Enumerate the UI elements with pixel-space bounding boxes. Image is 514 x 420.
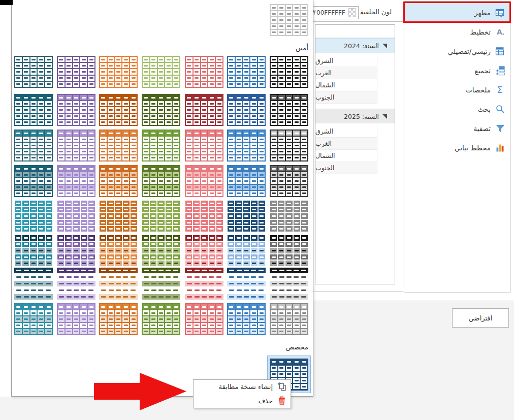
pivot-detail-row: الغرب	[315, 67, 377, 79]
style-thumbnail-r2c4[interactable]	[142, 94, 180, 126]
style-thumbnail-neutral[interactable]	[270, 4, 308, 36]
svg-text:Σ: Σ	[497, 85, 503, 95]
style-thumbnail-r7c6[interactable]	[227, 268, 266, 300]
style-thumbnail-r1c1[interactable]	[14, 56, 53, 88]
sidebar-item-layout[interactable]: تخطيطA	[404, 22, 510, 42]
style-thumbnail-r4c6[interactable]	[227, 165, 266, 197]
style-thumbnail-r5c6[interactable]	[227, 200, 266, 232]
sidebar-item-master-detail[interactable]: رئيسي/تفصيلي	[404, 42, 510, 61]
style-thumbnail-r2c2[interactable]	[57, 94, 95, 126]
menu-item-create-copy[interactable]: إنشاء نسخة مطابقة	[194, 380, 291, 394]
sidebar-item-label: ملخصات	[466, 86, 491, 94]
style-thumbnail-r3c3[interactable]	[99, 130, 138, 161]
style-thumbnail-r6c4[interactable]	[142, 235, 180, 267]
style-thumbnail-r7c2[interactable]	[57, 268, 95, 300]
style-thumbnail-r3c1[interactable]	[14, 130, 53, 161]
layout-icon: A	[495, 27, 505, 37]
style-thumbnail-r7c4[interactable]	[142, 268, 180, 300]
background-color-value[interactable]: #00FFFFFF	[311, 9, 345, 16]
style-thumbnail-r4c4[interactable]	[142, 165, 180, 197]
master-detail-icon	[495, 46, 505, 56]
style-thumbnail-r4c5[interactable]	[185, 165, 223, 197]
collapse-triangle-icon[interactable]	[382, 114, 387, 119]
style-thumbnail-r6c6[interactable]	[227, 235, 266, 267]
style-thumbnail-r7c3[interactable]	[99, 268, 138, 300]
style-thumbnail-r8c7[interactable]	[270, 303, 308, 335]
style-thumbnail-r1c3[interactable]	[99, 56, 138, 88]
style-thumbnail-r3c7[interactable]	[270, 130, 308, 161]
background-color-field[interactable]: #00FFFFFF	[308, 6, 359, 19]
style-thumbnail-r1c6[interactable]	[227, 56, 266, 88]
menu-item-delete-label: حذف	[259, 397, 273, 405]
screen-corner-fragment	[0, 0, 13, 5]
style-thumbnail-r7c7[interactable]	[270, 268, 308, 300]
style-thumbnail-r6c1[interactable]	[14, 235, 53, 267]
style-thumbnail-r2c6[interactable]	[227, 94, 266, 126]
style-thumbnail-r8c3[interactable]	[99, 303, 138, 335]
style-thumbnail-r1c7[interactable]	[270, 56, 308, 88]
gallery-section-basic: أمين	[296, 44, 308, 52]
style-thumbnail-r4c2[interactable]	[57, 165, 95, 197]
style-thumbnail-r5c1[interactable]	[14, 200, 53, 232]
context-menu: إنشاء نسخة مطابقة حذف	[193, 379, 291, 408]
style-thumbnail-r3c5[interactable]	[185, 130, 223, 161]
pivot-detail-row: الشرق	[315, 55, 377, 67]
style-thumbnail-r5c2[interactable]	[57, 200, 95, 232]
pivot-group-row[interactable]: السنة: 2024	[315, 38, 395, 53]
chart-icon	[495, 143, 505, 153]
style-thumbnail-r7c1[interactable]	[14, 268, 53, 300]
style-thumbnail-r5c5[interactable]	[185, 200, 223, 232]
style-thumbnail-r5c7[interactable]	[270, 200, 308, 232]
style-thumbnail-r3c2[interactable]	[57, 130, 95, 161]
style-thumbnail-r4c3[interactable]	[99, 165, 138, 197]
style-thumbnail-r8c6[interactable]	[227, 303, 266, 335]
filter-icon	[495, 123, 505, 134]
style-gallery-popup: أمين مخصص	[11, 0, 313, 397]
style-thumbnail-r6c3[interactable]	[99, 235, 138, 267]
style-thumbnail-r1c2[interactable]	[57, 56, 95, 88]
style-thumbnail-r6c7[interactable]	[270, 235, 308, 267]
menu-item-create-copy-label: إنشاء نسخة مطابقة	[219, 383, 273, 391]
collapse-triangle-icon[interactable]	[382, 44, 387, 48]
background-color-label: لون الخلفية	[360, 8, 392, 16]
default-button[interactable]: افتراضي	[452, 308, 509, 328]
pivot-group-label: السنة: 2024	[344, 42, 379, 50]
search-icon	[495, 104, 505, 114]
sidebar-item-chart[interactable]: مخطط بياني	[404, 138, 510, 157]
pivot-detail-row: الغرب	[315, 138, 377, 150]
style-thumbnail-r3c4[interactable]	[142, 130, 180, 161]
style-thumbnail-r7c5[interactable]	[185, 268, 223, 300]
copy-icon	[277, 382, 287, 392]
sidebar-item-summaries[interactable]: ملخصاتΣ	[404, 80, 510, 100]
sidebar-item-label: تجميع	[474, 67, 491, 75]
style-thumbnail-r6c5[interactable]	[185, 235, 223, 267]
style-thumbnail-r5c4[interactable]	[142, 200, 180, 232]
default-button-label: افتراضي	[469, 314, 492, 322]
style-thumbnail-r2c3[interactable]	[99, 94, 138, 126]
pivot-group-row[interactable]: السنة: 2025	[315, 109, 395, 123]
style-thumbnail-r2c7[interactable]	[270, 94, 308, 126]
style-thumbnail-r8c1[interactable]	[14, 303, 53, 335]
style-thumbnail-r2c5[interactable]	[185, 94, 223, 126]
transparency-swatch-icon	[348, 8, 356, 17]
menu-item-delete[interactable]: حذف	[194, 394, 291, 408]
style-thumbnail-r4c7[interactable]	[270, 165, 308, 197]
table-style-dialog: #00FFFFFF لون الخلفية السنة: 2024الشرقال…	[0, 0, 514, 420]
sidebar-item-grouping[interactable]: تجميع	[404, 61, 510, 80]
style-thumbnail-r1c4[interactable]	[142, 56, 180, 88]
style-thumbnail-r6c2[interactable]	[57, 235, 95, 267]
pivot-detail-row: الجنوب	[315, 91, 377, 104]
style-thumbnail-r8c2[interactable]	[57, 303, 95, 335]
sidebar-item-search[interactable]: بحث	[404, 100, 510, 119]
style-thumbnail-r2c1[interactable]	[14, 94, 53, 126]
style-thumbnail-r3c6[interactable]	[227, 130, 266, 161]
pivot-detail-row: الشرق	[315, 125, 377, 138]
sidebar-item-filter[interactable]: تصفية	[404, 119, 510, 138]
style-thumbnail-r8c4[interactable]	[142, 303, 180, 335]
sidebar-item-label: بحث	[477, 105, 491, 113]
style-thumbnail-r8c5[interactable]	[185, 303, 223, 335]
style-thumbnail-r4c1[interactable]	[14, 165, 53, 197]
style-thumbnail-r5c3[interactable]	[99, 200, 138, 232]
style-thumbnail-r1c5[interactable]	[185, 56, 223, 88]
pivot-group-label: السنة: 2025	[344, 113, 379, 120]
